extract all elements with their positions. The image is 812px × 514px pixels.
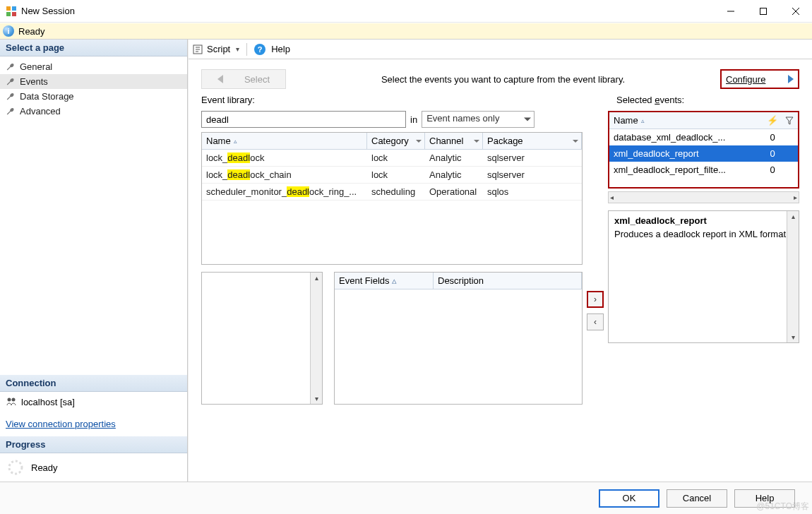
lightning-icon[interactable]: ⚡ — [764, 112, 781, 128]
col-channel-header[interactable]: Channel — [425, 133, 483, 149]
chevron-left-icon: ‹ — [594, 317, 597, 327]
description-header[interactable]: Description — [434, 273, 582, 289]
page-list: General Events Data Storage Advanced — [0, 56, 187, 121]
selected-row[interactable]: xml_deadlock_report0 — [609, 145, 798, 162]
view-connection-properties-link[interactable]: View connection properties — [0, 412, 187, 436]
vertical-scrollbar[interactable]: ▴▾ — [787, 211, 799, 342]
library-row[interactable]: lock_deadlocklockAnalyticsqlserver — [202, 150, 582, 167]
help-button[interactable]: Help — [271, 44, 290, 54]
selected-column: Name▵ ⚡ database_xml_deadlock_...0xml_de… — [608, 111, 799, 405]
status-strip: i Ready — [0, 23, 812, 40]
chevron-down-icon — [524, 118, 531, 121]
configure-button[interactable]: Configure — [720, 69, 799, 89]
svg-point-9 — [12, 398, 16, 402]
scope-combo[interactable]: Event names only — [422, 111, 535, 128]
app-icon — [6, 6, 17, 17]
triangle-left-icon — [217, 75, 223, 83]
move-buttons: › ‹ — [583, 111, 608, 405]
info-icon: i — [3, 25, 14, 37]
library-column: in Event names only Name▵ Category Chann… — [201, 111, 583, 405]
toolbar-separator — [246, 43, 247, 56]
page-general[interactable]: General — [0, 59, 187, 74]
maximize-button[interactable] — [747, 0, 780, 23]
script-dropdown-icon[interactable]: ▾ — [236, 45, 239, 53]
script-icon — [193, 44, 203, 54]
svg-point-10 — [9, 461, 22, 474]
remove-event-button[interactable]: ‹ — [587, 313, 604, 330]
add-event-button[interactable]: › — [587, 291, 604, 308]
search-input[interactable] — [201, 111, 406, 128]
ok-button[interactable]: OK — [599, 489, 659, 508]
connection-item: localhost [sa] — [0, 392, 187, 412]
category-list-panel[interactable]: ▴▾ — [201, 272, 323, 405]
wrench-icon — [6, 92, 16, 102]
connection-header: Connection — [0, 375, 187, 392]
minimize-button[interactable] — [715, 0, 747, 23]
page-label: Data Storage — [20, 91, 74, 102]
body: Select a page General Events Data Storag… — [0, 40, 812, 482]
chevron-right-icon: › — [594, 294, 597, 304]
content: Script ▾ ? Help Select Select the events… — [188, 40, 812, 482]
help-button[interactable]: Help — [734, 489, 795, 508]
page-label: General — [20, 61, 52, 72]
title-bar: New Session — [0, 0, 812, 23]
sel-name-header[interactable]: Name▵ — [609, 112, 764, 128]
selected-row[interactable]: xml_deadlock_report_filte...0 — [609, 162, 798, 178]
event-fields-header[interactable]: Event Fields ▵ — [335, 273, 434, 289]
col-category-header[interactable]: Category — [367, 133, 425, 149]
page-label: Advanced — [20, 106, 61, 116]
select-label: Select — [244, 74, 270, 85]
triangle-right-icon — [788, 75, 794, 83]
progress-header: Progress — [0, 436, 187, 453]
horizontal-scrollbar[interactable]: ◂▸ — [608, 191, 799, 203]
status-text: Ready — [18, 26, 45, 37]
library-row[interactable]: lock_deadlock_chainlockAnalyticsqlserver — [202, 167, 582, 184]
wrench-icon — [6, 77, 16, 87]
configure-label: Configure — [726, 74, 765, 85]
cancel-button[interactable]: Cancel — [667, 489, 727, 508]
svg-point-8 — [8, 398, 11, 402]
wrench-icon — [6, 107, 16, 116]
page-events[interactable]: Events — [0, 74, 187, 89]
svg-rect-5 — [760, 8, 767, 14]
description-pane: xml_deadlock_report Produces a deadlock … — [608, 210, 799, 343]
svg-rect-0 — [6, 6, 11, 11]
window-title: New Session — [21, 6, 715, 16]
svg-rect-1 — [12, 6, 16, 11]
page-advanced[interactable]: Advanced — [0, 104, 187, 119]
page-label: Events — [20, 76, 48, 87]
selected-row[interactable]: database_xml_deadlock_...0 — [609, 129, 798, 145]
close-button[interactable] — [780, 0, 812, 23]
connection-text: localhost [sa] — [21, 397, 75, 407]
wrench-icon — [6, 62, 16, 72]
top-line: Select Select the events you want to cap… — [201, 69, 799, 89]
help-icon: ? — [254, 44, 265, 55]
select-page-header: Select a page — [0, 40, 187, 56]
select-back-button[interactable]: Select — [201, 69, 286, 89]
selected-events-label: Selected events: — [616, 95, 684, 105]
spinner-icon — [7, 459, 24, 476]
main-area: Select Select the events you want to cap… — [189, 59, 812, 482]
server-icon — [6, 396, 17, 407]
page-data-storage[interactable]: Data Storage — [0, 89, 187, 104]
content-toolbar: Script ▾ ? Help — [189, 40, 812, 59]
selected-events-grid[interactable]: Name▵ ⚡ database_xml_deadlock_...0xml_de… — [608, 111, 799, 189]
progress-row: Ready — [0, 453, 187, 482]
library-grid[interactable]: Name▵ Category Channel Package lock_dead… — [201, 132, 583, 265]
prompt-text: Select the events you want to capture fr… — [297, 74, 709, 85]
event-fields-grid[interactable]: Event Fields ▵ Description — [334, 272, 583, 405]
col-name-header[interactable]: Name▵ — [202, 133, 367, 149]
svg-rect-3 — [12, 12, 16, 16]
in-label: in — [410, 114, 417, 125]
filter-icon[interactable] — [781, 112, 798, 128]
script-button[interactable]: Script — [207, 44, 230, 54]
svg-rect-2 — [6, 12, 11, 16]
library-row[interactable]: scheduler_monitor_deadlock_ring_...sched… — [202, 184, 582, 201]
desc-title: xml_deadlock_report — [614, 215, 793, 226]
scope-value: Event names only — [426, 113, 499, 124]
desc-text: Produces a deadlock report in XML format… — [614, 229, 793, 239]
vertical-scrollbar[interactable]: ▴▾ — [310, 273, 322, 404]
progress-text: Ready — [31, 462, 58, 473]
event-library-label: Event library: — [201, 95, 255, 105]
col-package-header[interactable]: Package — [483, 133, 582, 149]
